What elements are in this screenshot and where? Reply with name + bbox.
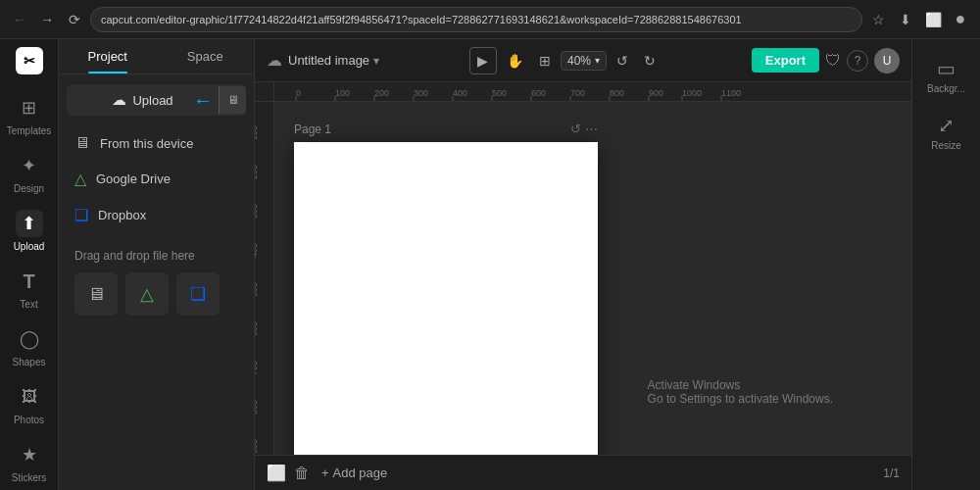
device-icon: 🖥 [74, 134, 90, 152]
bottom-bar: ⬜ 🗑 + Add page 1/1 [255, 455, 911, 490]
frame-icon[interactable]: ⬜ [267, 464, 286, 482]
drag-device-icon[interactable]: 🖥 [74, 272, 118, 316]
svg-text:600: 600 [531, 88, 546, 98]
dropbox-item[interactable]: ❑ Dropbox [59, 197, 254, 233]
resize-panel-item[interactable]: ⤢ Resize [912, 106, 980, 159]
svg-text:1000: 1000 [682, 88, 702, 98]
download-icon[interactable]: ⬇ [894, 8, 917, 31]
drag-dropbox-icon[interactable]: ❑ [176, 272, 220, 316]
from-device-label: From this device [100, 136, 193, 151]
redo-button[interactable]: ↻ [638, 47, 662, 74]
page-label: Page 1 [294, 122, 331, 136]
upload-arrow-icon: ← [193, 89, 213, 112]
doc-title: Untitled image ▾ [288, 53, 379, 68]
sidebar-item-design[interactable]: ✦ Design [0, 144, 58, 202]
from-device-item[interactable]: 🖥 From this device [59, 125, 254, 161]
photos-label: Photos [14, 415, 44, 425]
upload-panel: Project Space ☁ Upload ← 🖥 🖥 From this d… [59, 39, 255, 490]
upload-button-row: ☁ Upload ← 🖥 [67, 84, 246, 116]
add-page-plus-icon: + [321, 466, 329, 480]
stickers-label: Stickers [12, 472, 47, 483]
svg-text:400: 400 [255, 243, 259, 258]
back-button[interactable]: ← [8, 8, 31, 31]
text-icon: T [16, 268, 43, 295]
h-ruler-svg: 0 100 200 300 400 500 600 [294, 82, 911, 102]
sidebar-item-stickers[interactable]: ★ Stickers [0, 433, 58, 490]
svg-text:100: 100 [335, 88, 350, 98]
sidebar-item-text[interactable]: T Text [0, 260, 58, 318]
zoom-selector[interactable]: 40% ▾ [561, 51, 607, 71]
canvas-page[interactable] [294, 142, 598, 455]
play-button[interactable]: ▶ [469, 47, 497, 74]
dropbox-icon: ❑ [74, 206, 88, 224]
grid-view-button[interactable]: ⊞ [533, 47, 557, 74]
forward-button[interactable]: → [35, 8, 59, 31]
templates-label: Templates [7, 125, 52, 136]
tab-space[interactable]: Space [157, 39, 255, 74]
center-area: ☁ Untitled image ▾ ▶ ✋ ⊞ 40% ▾ ↺ ↻ Expor… [255, 39, 911, 490]
photos-icon: 🖼 [16, 383, 43, 411]
bookmark-icon[interactable]: ☆ [866, 8, 890, 31]
drag-drop-section: Drag and drop file here 🖥 △ ❑ [59, 233, 254, 331]
h-ruler: 0 100 200 300 400 500 600 [274, 82, 911, 102]
app-logo: ✂ [14, 47, 45, 74]
browser-actions: ☆ ⬇ ⬜ ● [866, 8, 972, 31]
undo-button[interactable]: ↺ [611, 47, 634, 74]
shield-icon[interactable]: 🛡 [825, 52, 841, 70]
profile-icon[interactable]: ● [949, 8, 972, 31]
refresh-button[interactable]: ⟳ [63, 8, 86, 31]
resize-icon: ⤢ [938, 114, 955, 137]
sidebar-item-shapes[interactable]: ◯ Shapes [0, 318, 58, 375]
svg-text:500: 500 [255, 282, 259, 297]
resize-label: Resize [931, 140, 961, 151]
trash-icon[interactable]: 🗑 [294, 465, 310, 482]
right-panel: ▭ Backgr... ⤢ Resize [911, 39, 980, 490]
avatar[interactable]: U [874, 48, 900, 74]
add-page-button[interactable]: + Add page [321, 466, 387, 480]
svg-text:100: 100 [255, 125, 259, 140]
canvas-area: 0 100 200 300 400 500 600 [255, 82, 911, 455]
browser-bar: ← → ⟳ capcut.com/editor-graphic/1f772414… [0, 0, 980, 39]
svg-text:200: 200 [255, 165, 259, 179]
svg-text:200: 200 [374, 88, 389, 98]
upload-label: Upload [14, 241, 45, 252]
page-label-row: Page 1 ↺ ⋯ [294, 122, 598, 136]
drag-drop-label: Drag and drop file here [74, 249, 238, 263]
svg-text:600: 600 [255, 321, 259, 336]
page-container: Page 1 ↺ ⋯ [294, 122, 598, 455]
sidebar-item-photos[interactable]: 🖼 Photos [0, 375, 58, 433]
page-more-icon[interactable]: ⋯ [585, 122, 598, 136]
svg-text:1100: 1100 [721, 88, 741, 98]
svg-text:900: 900 [649, 88, 663, 98]
tab-icon[interactable]: ⬜ [921, 8, 945, 31]
toolbar-left: ☁ Untitled image ▾ [267, 51, 379, 70]
tab-project[interactable]: Project [59, 39, 157, 74]
sidebar-item-upload[interactable]: ⬆ Upload [0, 202, 58, 260]
drag-drop-icons: 🖥 △ ❑ [74, 272, 238, 316]
dropbox-label: Dropbox [98, 208, 146, 222]
toolbar-center: ▶ ✋ ⊞ 40% ▾ ↺ ↻ [387, 47, 744, 74]
canvas-body: 100 200 300 400 500 600 700 800 900 1000 [255, 102, 911, 455]
svg-text:800: 800 [255, 400, 259, 415]
address-bar[interactable]: capcut.com/editor-graphic/1f772414822d4f… [90, 7, 862, 32]
design-label: Design [14, 183, 44, 194]
background-panel-item[interactable]: ▭ Backgr... [912, 49, 980, 102]
v-ruler: 100 200 300 400 500 600 700 800 900 1000 [255, 102, 274, 455]
google-drive-item[interactable]: △ Google Drive [59, 161, 254, 197]
page-label-actions: ↺ ⋯ [570, 122, 598, 136]
export-button[interactable]: Export [752, 48, 819, 73]
hand-tool-button[interactable]: ✋ [501, 47, 529, 74]
toolbar-right: Export 🛡 ? U [752, 48, 900, 74]
page-settings-icon[interactable]: ↺ [570, 122, 581, 136]
upload-split-button[interactable]: 🖥 [219, 86, 246, 114]
sidebar-item-templates[interactable]: ⊞ Templates [0, 86, 58, 144]
main-area: ✂ ⊞ Templates ✦ Design ⬆ Upload T Text ◯… [0, 39, 980, 490]
doc-title-chevron[interactable]: ▾ [373, 54, 379, 68]
svg-text:0: 0 [296, 88, 301, 98]
help-icon[interactable]: ? [847, 50, 868, 72]
google-drive-icon: △ [74, 170, 86, 188]
svg-text:900: 900 [255, 439, 259, 454]
drag-drive-icon[interactable]: △ [125, 272, 169, 316]
ruler-top-row: 0 100 200 300 400 500 600 [255, 82, 911, 102]
canvas-scroll[interactable]: Page 1 ↺ ⋯ [274, 102, 911, 455]
